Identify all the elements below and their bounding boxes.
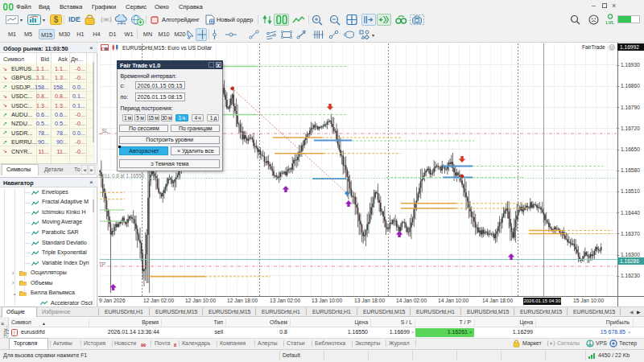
svg-text:$: $ <box>54 15 59 24</box>
svg-text:!: ! <box>14 330 15 335</box>
svg-text:LVL: LVL <box>606 20 615 25</box>
